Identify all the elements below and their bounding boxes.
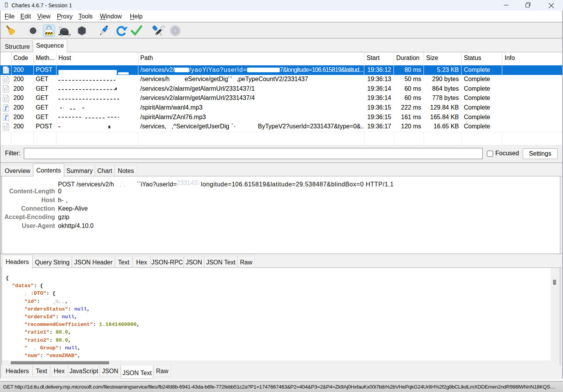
svg-text:{}: {} xyxy=(4,88,8,91)
svg-text:{}: {} xyxy=(4,78,8,82)
svg-text:{}: {} xyxy=(4,126,8,130)
svg-text:{}: {} xyxy=(4,69,8,73)
svg-text:{}: {} xyxy=(4,97,8,101)
